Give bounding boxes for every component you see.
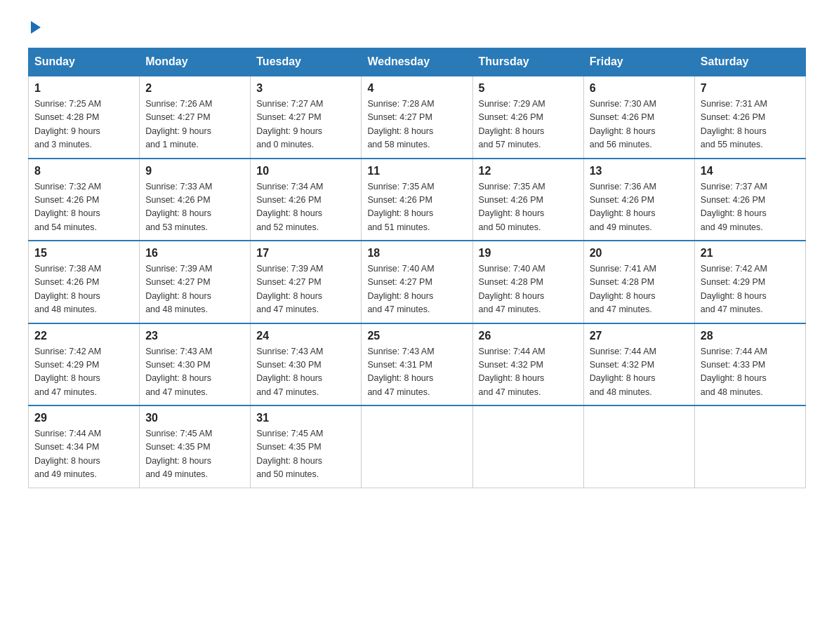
week-row-1: 1Sunrise: 7:25 AMSunset: 4:28 PMDaylight… bbox=[29, 76, 806, 159]
day-cell: 9Sunrise: 7:33 AMSunset: 4:26 PMDaylight… bbox=[140, 159, 251, 241]
day-info: Sunrise: 7:44 AMSunset: 4:34 PMDaylight:… bbox=[34, 427, 133, 482]
day-info: Sunrise: 7:40 AMSunset: 4:28 PMDaylight:… bbox=[479, 262, 578, 317]
header-cell-saturday: Saturday bbox=[694, 48, 805, 76]
day-info: Sunrise: 7:40 AMSunset: 4:27 PMDaylight:… bbox=[367, 262, 466, 317]
day-number: 9 bbox=[145, 165, 244, 177]
day-cell: 18Sunrise: 7:40 AMSunset: 4:27 PMDayligh… bbox=[362, 241, 472, 323]
day-number: 24 bbox=[256, 330, 355, 342]
day-number: 16 bbox=[145, 247, 244, 260]
day-info: Sunrise: 7:42 AMSunset: 4:29 PMDaylight:… bbox=[701, 262, 800, 317]
day-number: 26 bbox=[479, 330, 578, 342]
day-number: 20 bbox=[590, 247, 689, 260]
day-number: 5 bbox=[479, 82, 578, 95]
header-cell-tuesday: Tuesday bbox=[251, 48, 362, 76]
day-info: Sunrise: 7:32 AMSunset: 4:26 PMDaylight:… bbox=[34, 180, 133, 235]
day-info: Sunrise: 7:29 AMSunset: 4:26 PMDaylight:… bbox=[479, 98, 578, 152]
calendar-body: 1Sunrise: 7:25 AMSunset: 4:28 PMDaylight… bbox=[29, 76, 806, 488]
day-info: Sunrise: 7:38 AMSunset: 4:26 PMDaylight:… bbox=[34, 262, 133, 317]
day-number: 25 bbox=[367, 330, 466, 342]
day-number: 12 bbox=[479, 165, 578, 177]
day-cell: 2Sunrise: 7:26 AMSunset: 4:27 PMDaylight… bbox=[140, 76, 251, 159]
day-number: 22 bbox=[34, 330, 133, 342]
day-number: 21 bbox=[701, 247, 800, 260]
day-cell: 31Sunrise: 7:45 AMSunset: 4:35 PMDayligh… bbox=[251, 405, 362, 488]
day-cell: 15Sunrise: 7:38 AMSunset: 4:26 PMDayligh… bbox=[29, 241, 140, 323]
day-cell: 21Sunrise: 7:42 AMSunset: 4:29 PMDayligh… bbox=[694, 241, 805, 323]
day-number: 2 bbox=[145, 82, 244, 95]
day-cell: 27Sunrise: 7:44 AMSunset: 4:32 PMDayligh… bbox=[583, 323, 694, 406]
day-cell: 29Sunrise: 7:44 AMSunset: 4:34 PMDayligh… bbox=[29, 405, 140, 488]
day-cell: 30Sunrise: 7:45 AMSunset: 4:35 PMDayligh… bbox=[140, 405, 251, 488]
week-row-5: 29Sunrise: 7:44 AMSunset: 4:34 PMDayligh… bbox=[29, 405, 806, 488]
day-info: Sunrise: 7:27 AMSunset: 4:27 PMDaylight:… bbox=[256, 98, 355, 152]
day-cell bbox=[472, 405, 583, 488]
day-info: Sunrise: 7:28 AMSunset: 4:27 PMDaylight:… bbox=[367, 98, 466, 152]
day-info: Sunrise: 7:35 AMSunset: 4:26 PMDaylight:… bbox=[367, 180, 466, 235]
day-cell bbox=[362, 405, 472, 488]
day-info: Sunrise: 7:42 AMSunset: 4:29 PMDaylight:… bbox=[34, 345, 133, 400]
week-row-4: 22Sunrise: 7:42 AMSunset: 4:29 PMDayligh… bbox=[29, 323, 806, 406]
day-number: 28 bbox=[701, 330, 800, 342]
day-number: 10 bbox=[256, 165, 355, 177]
day-cell: 26Sunrise: 7:44 AMSunset: 4:32 PMDayligh… bbox=[472, 323, 583, 406]
day-number: 1 bbox=[34, 82, 133, 95]
day-info: Sunrise: 7:33 AMSunset: 4:26 PMDaylight:… bbox=[145, 180, 244, 235]
day-info: Sunrise: 7:37 AMSunset: 4:26 PMDaylight:… bbox=[701, 180, 800, 235]
day-number: 8 bbox=[34, 165, 133, 177]
day-cell: 16Sunrise: 7:39 AMSunset: 4:27 PMDayligh… bbox=[140, 241, 251, 323]
day-info: Sunrise: 7:31 AMSunset: 4:26 PMDaylight:… bbox=[701, 98, 800, 152]
header-cell-wednesday: Wednesday bbox=[362, 48, 472, 76]
day-cell bbox=[694, 405, 805, 488]
day-info: Sunrise: 7:39 AMSunset: 4:27 PMDaylight:… bbox=[256, 262, 355, 317]
header bbox=[28, 21, 806, 34]
calendar-table: SundayMondayTuesdayWednesdayThursdayFrid… bbox=[28, 48, 806, 488]
week-row-2: 8Sunrise: 7:32 AMSunset: 4:26 PMDaylight… bbox=[29, 159, 806, 241]
logo-triangle-icon bbox=[31, 21, 41, 34]
day-number: 11 bbox=[367, 165, 466, 177]
day-cell: 12Sunrise: 7:35 AMSunset: 4:26 PMDayligh… bbox=[472, 159, 583, 241]
day-info: Sunrise: 7:43 AMSunset: 4:31 PMDaylight:… bbox=[367, 345, 466, 400]
day-cell: 10Sunrise: 7:34 AMSunset: 4:26 PMDayligh… bbox=[251, 159, 362, 241]
day-info: Sunrise: 7:36 AMSunset: 4:26 PMDaylight:… bbox=[590, 180, 689, 235]
day-cell: 7Sunrise: 7:31 AMSunset: 4:26 PMDaylight… bbox=[694, 76, 805, 159]
day-cell: 14Sunrise: 7:37 AMSunset: 4:26 PMDayligh… bbox=[694, 159, 805, 241]
day-cell: 1Sunrise: 7:25 AMSunset: 4:28 PMDaylight… bbox=[29, 76, 140, 159]
day-number: 18 bbox=[367, 247, 466, 260]
day-info: Sunrise: 7:34 AMSunset: 4:26 PMDaylight:… bbox=[256, 180, 355, 235]
day-cell: 23Sunrise: 7:43 AMSunset: 4:30 PMDayligh… bbox=[140, 323, 251, 406]
day-cell: 20Sunrise: 7:41 AMSunset: 4:28 PMDayligh… bbox=[583, 241, 694, 323]
day-info: Sunrise: 7:26 AMSunset: 4:27 PMDaylight:… bbox=[145, 98, 244, 152]
day-info: Sunrise: 7:43 AMSunset: 4:30 PMDaylight:… bbox=[256, 345, 355, 400]
calendar-header: SundayMondayTuesdayWednesdayThursdayFrid… bbox=[29, 48, 806, 76]
header-cell-sunday: Sunday bbox=[29, 48, 140, 76]
day-cell: 19Sunrise: 7:40 AMSunset: 4:28 PMDayligh… bbox=[472, 241, 583, 323]
day-number: 4 bbox=[367, 82, 466, 95]
day-cell: 8Sunrise: 7:32 AMSunset: 4:26 PMDaylight… bbox=[29, 159, 140, 241]
day-cell: 24Sunrise: 7:43 AMSunset: 4:30 PMDayligh… bbox=[251, 323, 362, 406]
day-info: Sunrise: 7:44 AMSunset: 4:32 PMDaylight:… bbox=[590, 345, 689, 400]
day-number: 23 bbox=[145, 330, 244, 342]
day-cell: 28Sunrise: 7:44 AMSunset: 4:33 PMDayligh… bbox=[694, 323, 805, 406]
day-cell: 5Sunrise: 7:29 AMSunset: 4:26 PMDaylight… bbox=[472, 76, 583, 159]
day-number: 14 bbox=[701, 165, 800, 177]
day-number: 3 bbox=[256, 82, 355, 95]
day-cell: 13Sunrise: 7:36 AMSunset: 4:26 PMDayligh… bbox=[583, 159, 694, 241]
day-number: 13 bbox=[590, 165, 689, 177]
day-number: 17 bbox=[256, 247, 355, 260]
week-row-3: 15Sunrise: 7:38 AMSunset: 4:26 PMDayligh… bbox=[29, 241, 806, 323]
day-number: 31 bbox=[256, 412, 355, 424]
header-cell-monday: Monday bbox=[140, 48, 251, 76]
day-cell: 4Sunrise: 7:28 AMSunset: 4:27 PMDaylight… bbox=[362, 76, 472, 159]
day-info: Sunrise: 7:45 AMSunset: 4:35 PMDaylight:… bbox=[256, 427, 355, 482]
day-info: Sunrise: 7:35 AMSunset: 4:26 PMDaylight:… bbox=[479, 180, 578, 235]
day-cell: 6Sunrise: 7:30 AMSunset: 4:26 PMDaylight… bbox=[583, 76, 694, 159]
day-number: 27 bbox=[590, 330, 689, 342]
header-cell-friday: Friday bbox=[583, 48, 694, 76]
day-cell: 22Sunrise: 7:42 AMSunset: 4:29 PMDayligh… bbox=[29, 323, 140, 406]
day-number: 7 bbox=[701, 82, 800, 95]
day-number: 6 bbox=[590, 82, 689, 95]
day-cell bbox=[583, 405, 694, 488]
day-cell: 11Sunrise: 7:35 AMSunset: 4:26 PMDayligh… bbox=[362, 159, 472, 241]
day-info: Sunrise: 7:30 AMSunset: 4:26 PMDaylight:… bbox=[590, 98, 689, 152]
header-cell-thursday: Thursday bbox=[472, 48, 583, 76]
